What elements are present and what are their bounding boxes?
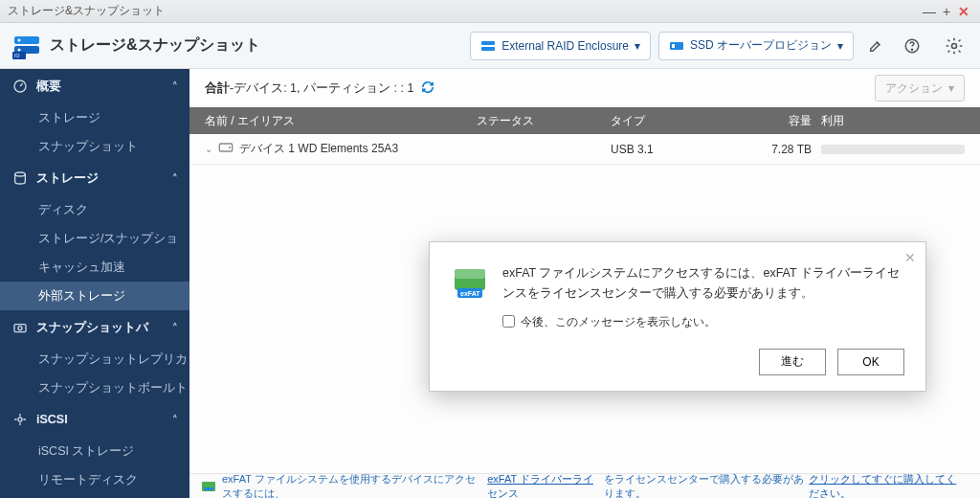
dialog-ok-button[interactable]: OK — [837, 349, 904, 375]
svg-rect-23 — [455, 269, 485, 279]
external-raid-label: External RAID Enclosure — [501, 39, 629, 53]
exfat-icon: exFAT — [451, 263, 489, 302]
dont-show-checkbox-input[interactable] — [502, 315, 515, 328]
sidebar-item-disk[interactable]: ディスク — [0, 195, 189, 224]
iscsi-icon — [11, 411, 29, 428]
window-maximize-button[interactable]: + — [938, 4, 955, 19]
col-name: 名前 / エイリアス — [189, 113, 477, 129]
col-status: ステータス — [477, 113, 611, 129]
settings-button[interactable] — [940, 32, 969, 60]
app-title: ストレージ&スナップショット — [50, 35, 260, 56]
sidebar-group-label: iSCSI — [36, 413, 68, 426]
summary-prefix: 合計 — [205, 80, 230, 97]
chevron-down-icon: ▾ — [635, 39, 640, 53]
row-name: デバイス 1 WD Elements 25A3 — [239, 141, 398, 157]
sidebar-item-cache-accel[interactable]: キャッシュ加速 — [0, 253, 189, 282]
summary-counts: デバイス: 1, パーティション : : 1 — [234, 80, 413, 97]
svg-point-11 — [911, 49, 912, 50]
sidebar-group-snapshot-backup[interactable]: スナップショットバ ˄ — [0, 310, 189, 345]
sidebar-item-overview-storage[interactable]: ストレージ — [0, 103, 189, 132]
sidebar-group-label: スナップショットバ — [36, 320, 148, 336]
drive-icon — [218, 141, 234, 157]
sidebar-item-iscsi-storage[interactable]: iSCSI ストレージ — [0, 437, 189, 465]
exfat-license-dialog: ✕ exFAT exFAT ファイルシステムにアクセスするには、exFAT ドラ… — [429, 241, 926, 392]
chevron-up-icon: ˄ — [172, 322, 178, 334]
camera-icon — [11, 319, 29, 336]
svg-text:IO: IO — [14, 53, 19, 58]
chevron-up-icon: ˄ — [172, 80, 178, 93]
ssd-op-label: SSD オーバープロビジョン — [690, 37, 832, 54]
window-titlebar: ストレージ&スナップショット — + ✕ — [0, 0, 980, 23]
footer-license-link[interactable]: exFAT ドライバーライセンス — [487, 472, 602, 499]
svg-rect-7 — [481, 47, 495, 51]
dialog-close-button[interactable]: ✕ — [904, 250, 916, 265]
sidebar-group-label: ストレージ — [36, 170, 99, 187]
svg-point-3 — [18, 48, 21, 51]
window-title: ストレージ&スナップショット — [8, 3, 921, 19]
ssd-overprovision-dropdown[interactable]: SSD オーバープロビジョン ▾ — [658, 32, 854, 60]
svg-point-16 — [18, 327, 22, 330]
summary-row: 合計 - デバイス: 1, パーティション : : 1 アクション ▾ — [189, 69, 980, 107]
gauge-icon — [11, 78, 29, 95]
svg-rect-6 — [481, 41, 495, 45]
help-button[interactable] — [898, 32, 926, 60]
app-icon: IO — [11, 31, 42, 61]
external-raid-dropdown[interactable]: External RAID Enclosure ▾ — [470, 32, 651, 60]
col-type: タイプ — [611, 113, 735, 129]
chevron-down-icon: ▾ — [837, 39, 843, 53]
sidebar-item-overview-snapshot[interactable]: スナップショット — [0, 132, 189, 161]
svg-point-2 — [18, 38, 21, 41]
footer-notice: exFAT ファイルシステムを使用するデバイスにアクセスするには、 exFAT … — [189, 473, 980, 498]
row-capacity: 7.28 TB — [735, 143, 821, 156]
sidebar-item-snapshot-vault[interactable]: スナップショットボールト — [0, 374, 189, 402]
sidebar-item-external-storage[interactable]: 外部ストレージ — [0, 282, 189, 310]
row-expander[interactable]: ⌄ — [205, 144, 212, 154]
svg-point-12 — [952, 43, 957, 48]
dialog-dont-show-checkbox[interactable]: 今後、このメッセージを表示しない。 — [502, 312, 904, 331]
main-panel: 合計 - デバイス: 1, パーティション : : 1 アクション ▾ 名前 /… — [189, 69, 980, 498]
svg-rect-9 — [672, 44, 675, 48]
svg-point-19 — [229, 147, 231, 148]
dialog-proceed-button[interactable]: 進む — [759, 349, 826, 375]
svg-point-14 — [15, 172, 26, 176]
action-dropdown[interactable]: アクション ▾ — [875, 75, 965, 102]
sidebar-group-label: 概要 — [36, 79, 61, 95]
sidebar-item-snapshot-replica[interactable]: スナップショットレプリカ — [0, 345, 189, 374]
sidebar-group-overview[interactable]: 概要 ˄ — [0, 69, 189, 103]
sidebar: 概要 ˄ ストレージ スナップショット ストレージ ˄ ディスク ストレージ/ス… — [0, 69, 189, 498]
svg-text:exFAT: exFAT — [460, 290, 480, 297]
refresh-button[interactable] — [421, 80, 434, 97]
app-header: IO ストレージ&スナップショット External RAID Enclosur… — [0, 23, 980, 69]
row-type: USB 3.1 — [611, 143, 735, 156]
svg-rect-21 — [204, 487, 213, 490]
table-row[interactable]: ⌄ デバイス 1 WD Elements 25A3 USB 3.1 7.28 T… — [189, 134, 980, 165]
dialog-message: exFAT ファイルシステムにアクセスするには、exFAT ドライバーライセンス… — [502, 263, 904, 305]
sidebar-item-lun-import-export[interactable]: LUN インポート/エクスポ — [0, 494, 189, 498]
row-usage — [821, 145, 980, 154]
table-header: 名前 / エイリアス ステータス タイプ 容量 利用 — [189, 107, 980, 134]
sidebar-group-iscsi[interactable]: iSCSI ˄ — [0, 402, 189, 437]
sidebar-group-storage[interactable]: ストレージ ˄ — [0, 161, 189, 195]
chevron-up-icon: ˄ — [172, 172, 178, 185]
footer-buy-link[interactable]: クリックしてすぐに購入してください。 — [809, 472, 967, 499]
col-capacity: 容量 — [735, 113, 821, 129]
chevron-down-icon: ▾ — [948, 81, 954, 95]
window-minimize-button[interactable]: — — [921, 4, 938, 19]
exfat-icon — [201, 479, 216, 494]
chevron-up-icon: ˄ — [172, 414, 178, 426]
window-close-button[interactable]: ✕ — [955, 4, 972, 19]
svg-point-17 — [18, 418, 22, 421]
svg-rect-15 — [14, 325, 26, 332]
col-usage: 利用 — [821, 113, 980, 129]
sidebar-item-remote-disk[interactable]: リモートディスク — [0, 465, 189, 494]
sidebar-item-storage-snapshot[interactable]: ストレージ/スナップショ — [0, 224, 189, 253]
storage-icon — [11, 170, 29, 187]
tools-button[interactable] — [861, 32, 890, 60]
